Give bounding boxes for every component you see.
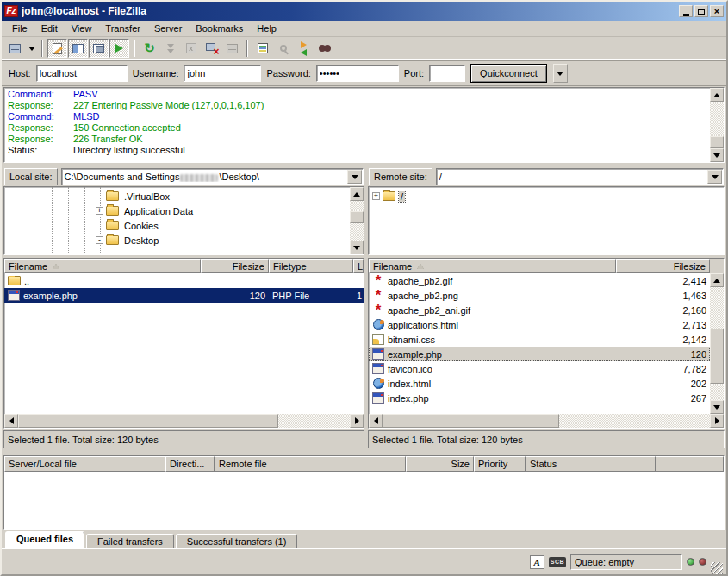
menu-server[interactable]: Server: [147, 22, 189, 35]
toggle-queue-button[interactable]: [109, 39, 129, 58]
close-button[interactable]: ×: [710, 5, 724, 17]
find-files-button[interactable]: [314, 39, 334, 58]
disconnect-button[interactable]: ×: [202, 39, 221, 58]
remote-list-vertical-scrollbar[interactable]: [710, 273, 724, 414]
site-manager-button[interactable]: [5, 39, 25, 58]
remote-list-rows: *apache_pb2.gif2,414 *apache_pb2.png1,46…: [369, 273, 710, 414]
menu-file[interactable]: File: [5, 22, 34, 35]
log-vertical-scrollbar[interactable]: [710, 88, 724, 162]
list-item[interactable]: favicon.ico7,782: [369, 361, 710, 376]
column-priority[interactable]: Priority: [474, 456, 526, 472]
local-list-horizontal-scrollbar[interactable]: [4, 414, 364, 428]
site-manager-dropdown[interactable]: [26, 39, 37, 58]
synchronized-browsing-button[interactable]: [294, 39, 314, 58]
scroll-down-button[interactable]: [710, 400, 724, 414]
speed-limit-indicator-icon[interactable]: SCB: [549, 557, 566, 567]
list-item[interactable]: bitnami.css2,142: [369, 332, 710, 347]
list-item[interactable]: index.php267: [369, 391, 710, 405]
scrollbar-thumb[interactable]: [710, 136, 724, 148]
reconnect-button[interactable]: [222, 39, 242, 58]
scroll-down-button[interactable]: [710, 148, 724, 162]
log-line: Response:150 Connection accepted: [8, 122, 710, 134]
menu-edit[interactable]: Edit: [34, 22, 65, 35]
menu-help[interactable]: Help: [250, 22, 283, 35]
port-input[interactable]: [429, 65, 465, 82]
menu-view[interactable]: View: [65, 22, 99, 35]
resize-grip[interactable]: [711, 562, 723, 574]
column-remote-file[interactable]: Remote file: [215, 456, 406, 472]
send-activity-led-icon: [699, 558, 706, 566]
arrow-down-icon: [713, 405, 720, 410]
list-item-selected[interactable]: example.php120: [369, 347, 710, 361]
scrollbar-thumb[interactable]: [383, 414, 559, 428]
scroll-right-button[interactable]: [710, 414, 724, 428]
queue-body: [4, 472, 724, 529]
scroll-up-button[interactable]: [710, 88, 724, 102]
tree-item-virtualbox[interactable]: .VirtualBox: [4, 189, 350, 203]
toggle-message-log-button[interactable]: [47, 39, 67, 58]
tree-item-application-data[interactable]: + Application Data: [4, 203, 350, 218]
tree-item-cookies[interactable]: Cookies: [4, 218, 350, 233]
quickconnect-dropdown[interactable]: [553, 64, 568, 83]
column-filename[interactable]: Filename: [4, 259, 201, 273]
tab-queued-files[interactable]: Queued files: [5, 531, 84, 548]
column-status[interactable]: Status: [526, 456, 656, 472]
tree-item-desktop[interactable]: - Desktop: [4, 233, 350, 247]
directory-comparison-button[interactable]: [273, 39, 293, 58]
column-filesize[interactable]: Filesize: [201, 259, 269, 273]
column-filetype[interactable]: Filetype: [269, 259, 353, 273]
process-queue-button[interactable]: [160, 39, 180, 58]
transfer-type-indicator-icon[interactable]: A: [530, 555, 544, 569]
column-filesize[interactable]: Filesize: [616, 259, 710, 273]
list-item[interactable]: applications.html2,713: [369, 317, 710, 332]
list-item-parent-dir[interactable]: ..: [4, 273, 364, 288]
list-item[interactable]: *apache_pb2.gif2,414: [369, 273, 710, 288]
list-item[interactable]: index.html202: [369, 376, 710, 391]
list-item[interactable]: *apache_pb2_ani.gif2,160: [369, 303, 710, 317]
tab-successful-transfers[interactable]: Successful transfers (1): [176, 534, 298, 548]
remote-path-dropdown[interactable]: [707, 170, 722, 184]
column-filename[interactable]: Filename: [369, 259, 616, 273]
local-path-dropdown[interactable]: [347, 170, 362, 184]
column-last-modified[interactable]: L: [353, 259, 364, 273]
toggle-local-tree-button[interactable]: [68, 39, 88, 58]
scroll-up-button[interactable]: [350, 187, 364, 201]
scrollbar-thumb[interactable]: [710, 329, 724, 384]
menu-bookmarks[interactable]: Bookmarks: [189, 22, 250, 35]
chevron-down-icon: [557, 72, 563, 76]
remote-path-combo[interactable]: /: [436, 168, 724, 185]
expand-icon[interactable]: +: [372, 192, 380, 200]
minimize-button[interactable]: [679, 5, 693, 17]
scroll-left-button[interactable]: [4, 414, 18, 428]
quickconnect-button[interactable]: Quickconnect: [470, 64, 547, 83]
queue-splitter[interactable]: [2, 448, 726, 455]
list-item[interactable]: *apache_pb2.png1,463: [369, 288, 710, 303]
column-size[interactable]: Size: [406, 456, 474, 472]
tree-item-root[interactable]: + /: [369, 189, 724, 203]
sync-arrows-icon: [301, 41, 307, 56]
column-direction[interactable]: Directi...: [165, 456, 215, 472]
list-item-example-php[interactable]: example.php 120 PHP File 1: [4, 288, 364, 303]
filter-button[interactable]: [252, 39, 272, 58]
scroll-right-button[interactable]: [350, 414, 364, 428]
cancel-operation-button[interactable]: x: [181, 39, 201, 58]
toggle-remote-tree-button[interactable]: [89, 39, 109, 58]
remote-list-horizontal-scrollbar[interactable]: [369, 414, 724, 428]
collapse-icon[interactable]: -: [96, 236, 103, 244]
tab-failed-transfers[interactable]: Failed transfers: [86, 534, 174, 548]
host-input[interactable]: [36, 65, 128, 82]
scroll-down-button[interactable]: [350, 241, 364, 254]
menu-transfer[interactable]: Transfer: [98, 22, 147, 35]
local-path-combo[interactable]: C:\Documents and Settings\Desktop\: [61, 168, 364, 185]
column-server-local-file[interactable]: Server/Local file: [4, 456, 165, 472]
refresh-button[interactable]: ↻: [140, 39, 159, 58]
scroll-left-button[interactable]: [369, 414, 383, 428]
scrollbar-thumb[interactable]: [18, 414, 278, 428]
maximize-button[interactable]: [694, 5, 708, 17]
username-input[interactable]: [184, 65, 261, 82]
password-input[interactable]: [316, 65, 399, 82]
local-tree-scrollbar[interactable]: [350, 187, 364, 254]
scroll-up-button[interactable]: [710, 273, 724, 287]
scrollbar-thumb[interactable]: [350, 211, 364, 223]
expand-icon[interactable]: +: [96, 207, 103, 215]
